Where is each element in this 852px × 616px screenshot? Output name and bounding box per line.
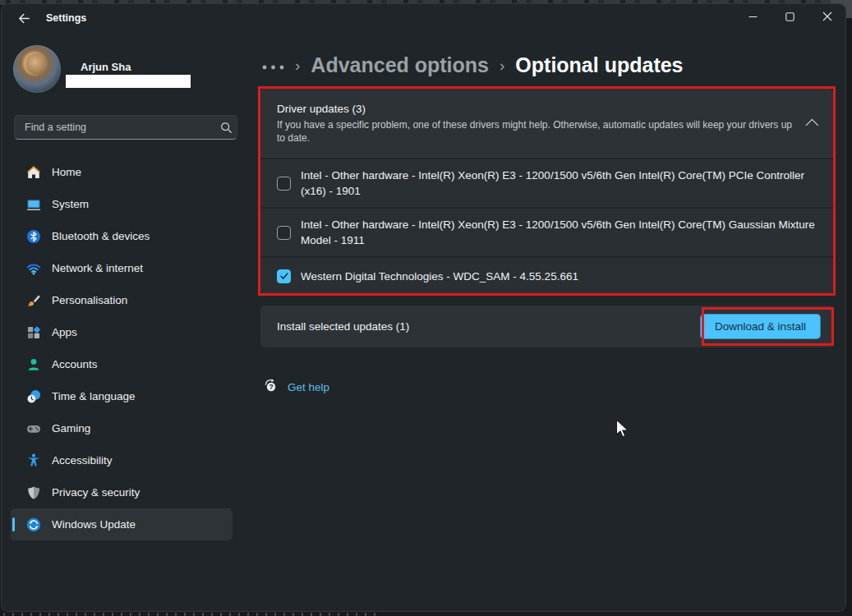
breadcrumb-more-button[interactable] [262,59,284,71]
sidebar-item-home[interactable]: Home [11,156,233,188]
privacy-security-icon [26,485,41,500]
sidebar-item-label: Accounts [52,358,98,370]
help-question-icon: ? [263,378,279,397]
install-card: Install selected updates (1) Download & … [260,306,833,347]
windows-update-icon [26,517,41,532]
chevron-right-icon: › [500,55,504,75]
sidebar-item-label: Accessibility [52,454,113,467]
chevron-right-icon: › [295,55,300,75]
email-redaction-overlay [66,75,191,88]
breadcrumb-advanced-options[interactable]: Advanced options [311,53,489,77]
breadcrumb: › Advanced options › Optional updates [262,50,684,80]
mouse-cursor-icon [615,419,631,444]
get-help-link[interactable]: Get help [288,381,329,393]
accessibility-icon [26,453,41,468]
close-icon [822,10,832,25]
install-selected-label: Install selected updates (1) [277,320,409,333]
sidebar-item-label: System [52,198,89,210]
sidebar-item-label: Network & internet [52,262,143,274]
accounts-icon [26,357,41,372]
time-language-icon [26,389,41,404]
settings-window: Settings Arjun Sha [1,3,846,612]
svg-text:?: ? [269,383,274,391]
sidebar-item-label: Time & language [52,390,136,402]
sidebar-item-time-language[interactable]: Time & language [11,380,233,412]
driver-updates-title: Driver updates (3) [277,103,809,115]
driver-label: Western Digital Technologies - WDC_SAM -… [301,269,818,284]
driver-checkbox[interactable] [277,269,291,283]
screen: Settings Arjun Sha [0,0,852,616]
back-arrow-icon [17,11,31,29]
titlebar: Settings [2,4,845,32]
search-box [14,115,237,140]
driver-label: Intel - Other hardware - Intel(R) Xeon(R… [301,168,818,199]
network-icon [26,261,41,276]
profile-name: Arjun Sha [81,61,131,73]
close-button[interactable] [808,4,845,30]
sidebar-item-network-internet[interactable]: Network & internet [11,252,233,284]
more-horizontal-icon [262,64,284,71]
minimize-icon [748,10,758,25]
minimize-button[interactable] [735,4,771,30]
selected-indicator [12,517,15,531]
checkmark-icon [279,271,289,281]
maximize-button[interactable] [771,4,808,30]
driver-label: Intel - Other hardware - Intel(R) Xeon(R… [301,217,818,248]
driver-updates-expander[interactable]: Driver updates (3) If you have a specifi… [260,89,833,158]
sidebar-item-gaming[interactable]: Gaming [11,412,233,444]
sidebar-item-label: Home [52,166,81,178]
sidebar-item-privacy-security[interactable]: Privacy & security [11,476,233,508]
sidebar-item-personalisation[interactable]: Personalisation [11,284,233,316]
download-install-button[interactable]: Download & install [700,314,821,339]
driver-updates-subtitle: If you have a specific problem, one of t… [277,118,798,145]
get-help-row[interactable]: ? Get help [263,378,329,397]
sidebar-item-accessibility[interactable]: Accessibility [11,444,233,476]
sidebar-item-label: Privacy & security [52,486,140,499]
sidebar-nav: Home System Bluetooth & devices [11,156,233,540]
maximize-icon [785,10,794,25]
driver-row[interactable]: Intel - Other hardware - Intel(R) Xeon(R… [260,159,833,207]
driver-row[interactable]: Western Digital Technologies - WDC_SAM -… [260,258,833,294]
driver-checkbox[interactable] [277,177,291,191]
page-title: Settings [46,12,86,24]
sidebar-item-system[interactable]: System [11,188,233,220]
sidebar-item-accounts[interactable]: Accounts [11,348,233,380]
bluetooth-icon [26,229,41,244]
sidebar-item-label: Bluetooth & devices [52,230,150,242]
apps-icon [26,325,41,340]
driver-checkbox[interactable] [277,226,291,240]
system-icon [26,197,41,212]
back-button[interactable] [13,11,35,29]
sidebar-item-apps[interactable]: Apps [11,316,233,348]
home-icon [26,165,41,180]
sidebar-item-label: Gaming [52,422,90,434]
search-icon[interactable] [215,122,237,134]
sidebar-item-label: Windows Update [52,518,136,531]
sidebar-item-label: Personalisation [52,294,127,306]
breadcrumb-optional-updates: Optional updates [515,53,683,77]
sidebar-item-bluetooth-devices[interactable]: Bluetooth & devices [11,220,233,252]
personalisation-icon [26,293,41,308]
window-controls [735,4,845,30]
background-app-strip-bottom [3,613,381,616]
search-input[interactable] [15,122,215,133]
sidebar-item-windows-update[interactable]: Windows Update [11,508,233,540]
sidebar-item-label: Apps [52,326,77,338]
driver-row[interactable]: Intel - Other hardware - Intel(R) Xeon(R… [260,209,833,256]
gaming-icon [26,421,41,436]
avatar[interactable] [13,45,61,93]
